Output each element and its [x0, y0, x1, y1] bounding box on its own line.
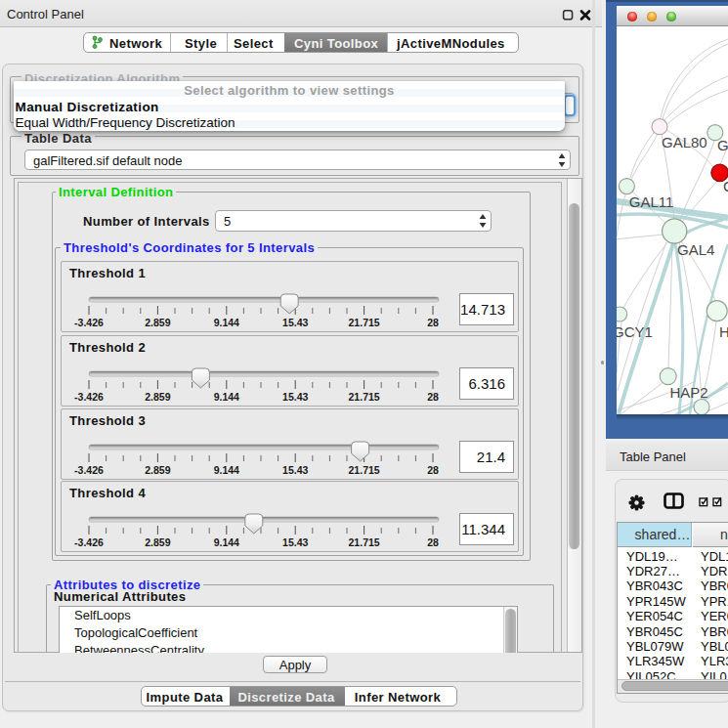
svg-text:GAL: GAL — [717, 137, 728, 153]
svg-text:GAL11: GAL11 — [629, 193, 674, 210]
svg-text:-3.426: -3.426 — [74, 317, 104, 328]
svg-text:9.144: 9.144 — [214, 391, 239, 403]
svg-text:28: 28 — [427, 464, 439, 476]
svg-text:-3.426: -3.426 — [74, 536, 104, 548]
svg-text:GAL80: GAL80 — [662, 134, 707, 150]
svg-text:2.859: 2.859 — [145, 536, 170, 548]
svg-text:21.715: 21.715 — [349, 464, 380, 476]
svg-text:C: C — [723, 178, 728, 194]
svg-text:2.859: 2.859 — [145, 391, 170, 403]
svg-text:21.715: 21.715 — [349, 536, 380, 548]
svg-text:9.144: 9.144 — [214, 536, 239, 548]
svg-text:2.859: 2.859 — [145, 464, 170, 476]
svg-text:-3.426: -3.426 — [74, 464, 104, 476]
svg-text:-3.426: -3.426 — [74, 391, 104, 403]
svg-text:28: 28 — [427, 391, 439, 403]
svg-text:15.43: 15.43 — [282, 317, 308, 328]
svg-text:28: 28 — [427, 317, 439, 328]
svg-text:28: 28 — [427, 536, 439, 548]
svg-text:15.43: 15.43 — [282, 391, 308, 403]
svg-text:2.859: 2.859 — [145, 317, 170, 328]
svg-text:H: H — [719, 323, 728, 340]
svg-text:9.144: 9.144 — [214, 317, 239, 328]
svg-text:15.43: 15.43 — [282, 464, 308, 476]
svg-text:21.715: 21.715 — [349, 391, 380, 403]
svg-text:HAP2: HAP2 — [669, 384, 707, 401]
svg-text:15.43: 15.43 — [282, 536, 308, 548]
svg-text:GCY1: GCY1 — [617, 323, 653, 340]
svg-text:GAL4: GAL4 — [677, 241, 714, 258]
svg-text:21.715: 21.715 — [349, 317, 380, 328]
svg-text:9.144: 9.144 — [214, 464, 239, 476]
